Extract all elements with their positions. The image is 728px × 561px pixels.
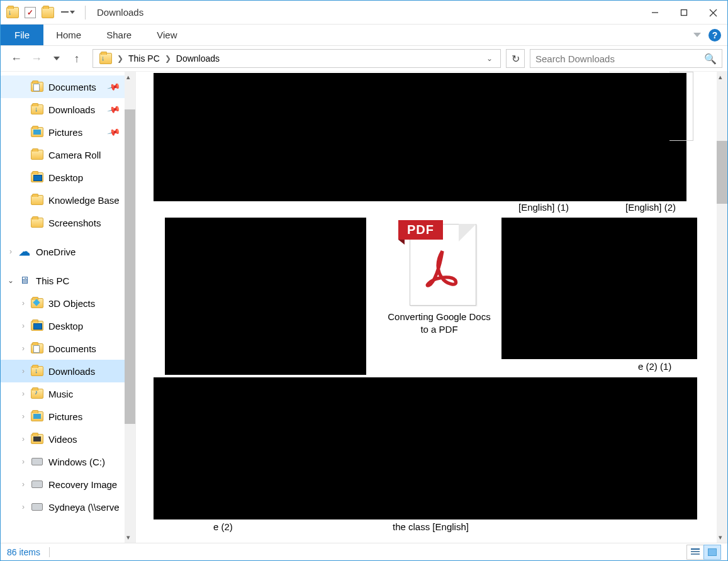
onedrive-icon: ☁ [18,245,31,258]
nav-label: Screenshots [48,218,101,228]
nav-label: OneDrive [36,247,76,257]
address-bar[interactable]: ❯ This PC ❯ Downloads ⌄ [92,49,501,68]
ribbon-tab-home[interactable]: Home [43,25,94,45]
file-label-partial: the class [English] [393,521,469,532]
file-label-partial: e (2) (1) [638,361,671,372]
nav-label: 3D Objects [48,298,95,309]
nav-label: Documents [48,82,96,92]
redacted-content [154,73,686,201]
quickaccess-item-pictures[interactable]: Pictures📌 [1,121,135,143]
scrollbar-thumb[interactable] [717,141,727,204]
content-edge [669,72,693,141]
quickaccess-item-screenshots[interactable]: Screenshots [1,211,135,234]
nav-music[interactable]: ›Music [1,382,135,405]
address-history-dropdown[interactable]: ⌄ [483,54,496,63]
nav-videos[interactable]: ›Videos [1,428,135,450]
content-scrollbar[interactable]: ▴ ▾ [717,72,727,543]
nav-label: Desktop [48,321,83,331]
nav-label: Sydneya (\\serve [48,502,120,513]
back-button[interactable]: ← [8,50,25,67]
minimize-button[interactable] [641,1,669,25]
redacted-content [501,218,697,359]
file-label-partial: e (2) [213,521,233,532]
qat-customize-dropdown[interactable] [59,9,77,15]
search-box[interactable]: 🔍 [530,49,722,68]
scroll-down-icon[interactable]: ▾ [719,533,722,542]
qat-newfolder-icon[interactable] [41,6,55,19]
titlebar: Downloads [1,1,727,25]
search-input[interactable] [535,53,704,64]
nav-thispc[interactable]: ⌄🖥This PC [1,269,135,292]
address-row: ← → ↑ ❯ This PC ❯ Downloads ⌄ ↻ 🔍 [1,46,727,71]
large-icons-view-icon [708,548,717,556]
file-label-partial: [English] [199,361,235,372]
nav-onedrive[interactable]: ›☁OneDrive [1,240,135,263]
acrobat-icon [422,248,462,288]
pin-icon: 📌 [106,80,121,94]
qat-properties-icon[interactable] [23,6,37,19]
nav-label: Recovery Image [48,479,117,490]
breadcrumb-downloads[interactable]: Downloads [174,52,222,65]
help-button[interactable]: ? [708,29,721,42]
quickaccess-item-documents[interactable]: Documents📌 [1,75,135,98]
scroll-up-icon[interactable]: ▴ [719,73,722,81]
navpane-scrollbar[interactable]: ▴ ▾ [125,72,135,543]
quickaccess-item-knowledgebase[interactable]: Knowledge Base [1,189,135,211]
close-button[interactable] [698,1,727,25]
svg-rect-1 [681,10,687,16]
app-folder-icon[interactable] [6,6,20,19]
breadcrumb-chevron[interactable]: ❯ [116,54,125,63]
view-large-icons-button[interactable] [703,545,721,560]
scrollbar-thumb[interactable] [125,109,135,424]
ribbon-tab-view[interactable]: View [144,25,189,45]
nav-label: Camera Roll [48,150,101,160]
ribbon: File Home Share View ? [1,25,727,46]
history-dropdown[interactable] [48,50,65,67]
ribbon-tab-share[interactable]: Share [94,25,144,45]
nav-documents[interactable]: ›Documents [1,337,135,360]
breadcrumb-chevron[interactable]: ❯ [164,54,172,63]
ribbon-tab-file[interactable]: File [1,25,43,45]
file-label-partial: [English] (2) [625,202,676,213]
status-item-count: 86 items [7,547,40,557]
forward-button[interactable]: → [28,50,45,67]
search-icon[interactable]: 🔍 [704,53,717,65]
nav-desktop[interactable]: ›Desktop [1,314,135,337]
ribbon-collapse-icon[interactable] [693,33,701,37]
disk-icon [31,480,43,488]
nav-label: Music [48,389,73,399]
nav-label: Desktop [48,172,83,183]
maximize-button[interactable] [669,1,698,25]
up-button[interactable]: ↑ [69,50,85,67]
nav-networkdrive[interactable]: ›Sydneya (\\serve [1,496,135,518]
nav-label: Documents [48,343,96,354]
scroll-down-icon[interactable]: ▾ [126,533,130,542]
location-icon [99,53,112,64]
file-item-pdf[interactable]: PDF Converting Google Docs to a PDF [383,218,496,336]
breadcrumb-thispc[interactable]: This PC [126,52,162,65]
nav-windows-c[interactable]: ›Windows (C:) [1,450,135,473]
thispc-icon: 🖥 [18,274,31,287]
nav-label: This PC [36,275,69,286]
quickaccess-item-cameraroll[interactable]: Camera Roll [1,143,135,166]
nav-downloads[interactable]: ›Downloads [1,360,135,382]
file-label-partial: [English] (1) [518,202,569,213]
nav-label: Windows (C:) [48,457,105,467]
navigation-pane: Documents📌 Downloads📌 Pictures📌 Camera R… [1,72,136,543]
status-bar: 86 items [1,543,727,560]
nav-3dobjects[interactable]: ›3D Objects [1,292,135,314]
quickaccess-item-downloads[interactable]: Downloads📌 [1,98,135,121]
refresh-button[interactable]: ↻ [506,49,525,68]
nav-pictures[interactable]: ›Pictures [1,405,135,428]
file-list-pane: [English] (1) [English] (2) PDF Converti… [136,72,727,543]
redacted-content [165,218,366,375]
nav-label: Knowledge Base [48,195,120,206]
pdf-badge: PDF [398,220,443,240]
view-details-button[interactable] [686,545,704,560]
window-title: Downloads [97,7,143,18]
quickaccess-item-desktop[interactable]: Desktop [1,166,135,189]
scroll-up-icon[interactable]: ▴ [126,73,130,81]
nav-recovery[interactable]: ›Recovery Image [1,473,135,496]
nav-label: Downloads [48,366,95,377]
pin-icon: 📌 [106,103,121,116]
